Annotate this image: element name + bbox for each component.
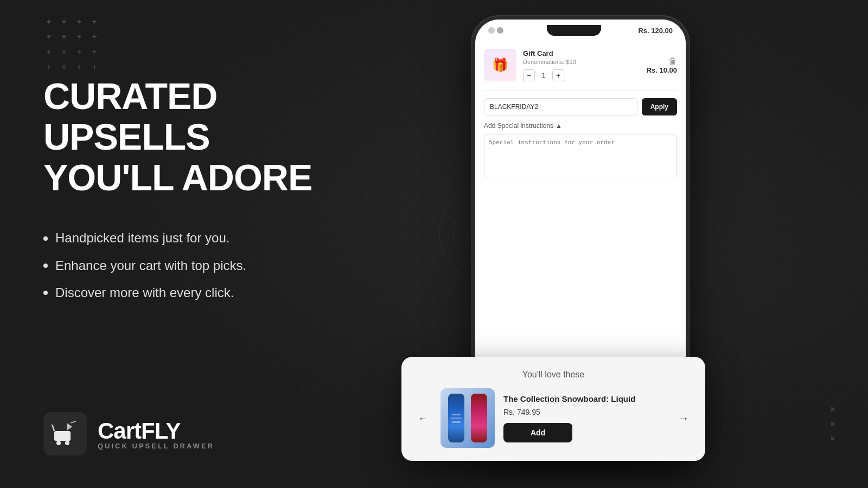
x-mark-1: ×: [829, 404, 835, 415]
x-mark-2: ×: [829, 419, 835, 430]
logo-name: CartFLY: [98, 418, 214, 444]
plus-grid-decoration: ++++ ++++ ++++ ++++: [43, 16, 100, 73]
apply-button[interactable]: Apply: [642, 98, 677, 115]
main-heading: CURATED UPSELLS YOU'LL ADORE: [43, 76, 380, 197]
upsell-product-name: The Collection Snowboard: Liquid: [503, 394, 666, 404]
cart-item: 🎁 Gift Card Denominations: $10 − 1 + 🗑 R…: [484, 49, 677, 91]
coupon-row: Apply: [484, 98, 677, 115]
logo-subtitle: QUICK UPSELL DRAWER: [98, 442, 214, 450]
cart-item-price: Rs. 10.00: [647, 66, 677, 74]
upsell-details: The Collection Snowboard: Liquid Rs. 749…: [503, 394, 666, 442]
bullet-dot: [43, 291, 48, 295]
right-side: Rs. 120.00 🎁 Gift Card Denominations: $1…: [401, 16, 825, 472]
upsell-item-row: ← The Collection Snowboard: Liquid Rs. 7…: [414, 388, 692, 448]
cart-item-delete-button[interactable]: 🗑: [668, 56, 677, 66]
cart-item-image: 🎁: [484, 49, 516, 81]
svg-point-2: [65, 441, 69, 445]
quantity-increase-button[interactable]: +: [552, 69, 564, 81]
decorative-circles: [434, 179, 542, 287]
svg-rect-0: [54, 431, 71, 441]
special-instructions-toggle[interactable]: Add Special instructions ▲: [484, 122, 677, 130]
quantity-decrease-button[interactable]: −: [523, 69, 535, 81]
logo-icon: [43, 412, 87, 455]
logo-area: CartFLY QUICK UPSELL DRAWER: [43, 412, 214, 455]
list-item: Enhance your cart with top picks.: [43, 252, 380, 279]
upsell-product-image: [441, 388, 495, 448]
svg-point-8: [453, 198, 524, 268]
quantity-value: 1: [539, 71, 548, 79]
upsell-title: You'll love these: [414, 370, 692, 380]
svg-marker-5: [67, 423, 72, 431]
upsell-add-button[interactable]: Add: [503, 423, 572, 442]
svg-point-1: [56, 441, 61, 445]
svg-line-4: [52, 425, 53, 426]
bullet-dot: [43, 264, 48, 268]
snowboard-graphic-2: [471, 394, 487, 442]
feature-list: Handpicked items just for you. Enhance y…: [43, 224, 380, 306]
cart-item-info: Gift Card Denominations: $10 − 1 +: [523, 49, 640, 81]
upsell-prev-button[interactable]: ←: [414, 409, 432, 427]
snowboard-graphic-1: [448, 394, 464, 442]
x-mark-3: ×: [829, 433, 835, 445]
cart-item-quantity: − 1 +: [523, 69, 640, 81]
coupon-input[interactable]: [484, 98, 637, 115]
svg-point-9: [467, 211, 510, 255]
cart-fly-icon: [52, 420, 79, 447]
bullet-dot: [43, 236, 48, 241]
phone-status-bar: Rs. 120.00: [475, 20, 686, 41]
list-item: Discover more with every click.: [43, 279, 380, 306]
left-content: CURATED UPSELLS YOU'LL ADORE Handpicked …: [43, 76, 380, 339]
cart-item-name: Gift Card: [523, 49, 640, 57]
upsell-card: You'll love these ← The Collection Snowb…: [401, 357, 705, 461]
upsell-product-price: Rs. 749.95: [503, 408, 666, 416]
special-instructions-textarea[interactable]: [484, 134, 677, 177]
list-item: Handpicked items just for you.: [43, 224, 380, 252]
svg-line-6: [71, 421, 76, 423]
status-price: Rs. 120.00: [638, 27, 673, 35]
cart-item-denomination: Denominations: $10: [523, 59, 640, 65]
svg-line-3: [53, 426, 54, 431]
x-marks-decoration: × × ×: [829, 404, 835, 445]
upsell-next-button[interactable]: →: [675, 409, 692, 427]
svg-point-7: [439, 184, 537, 282]
logo-text-area: CartFLY QUICK UPSELL DRAWER: [98, 418, 214, 450]
